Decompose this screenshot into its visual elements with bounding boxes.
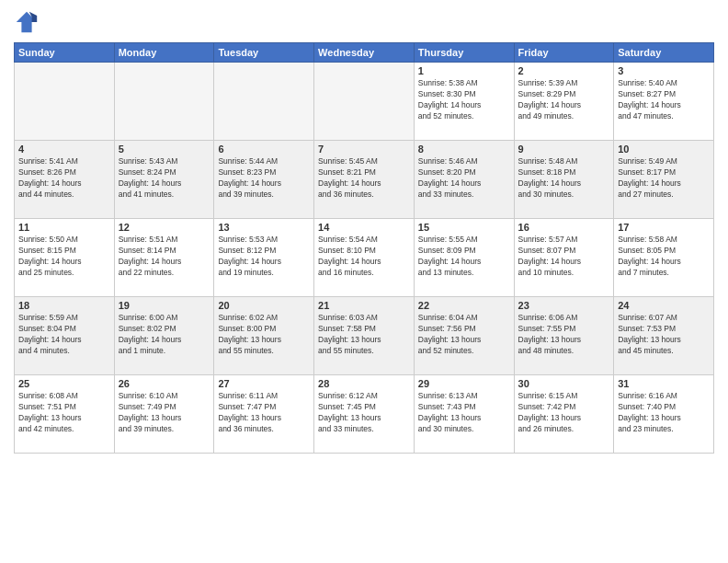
day-info: Sunrise: 6:02 AM Sunset: 8:00 PM Dayligh… (218, 313, 310, 357)
calendar-cell (15, 63, 115, 141)
calendar-cell (314, 63, 415, 141)
calendar-week-4: 18Sunrise: 5:59 AM Sunset: 8:04 PM Dayli… (15, 297, 714, 375)
day-number: 19 (119, 300, 210, 311)
calendar: SundayMondayTuesdayWednesdayThursdayFrid… (14, 42, 714, 454)
day-info: Sunrise: 5:50 AM Sunset: 8:15 PM Dayligh… (18, 235, 110, 279)
day-info: Sunrise: 5:58 AM Sunset: 8:05 PM Dayligh… (618, 235, 710, 279)
day-number: 25 (18, 378, 110, 389)
day-number: 23 (518, 300, 610, 311)
day-info: Sunrise: 5:53 AM Sunset: 8:12 PM Dayligh… (218, 235, 310, 279)
calendar-cell: 23Sunrise: 6:06 AM Sunset: 7:55 PM Dayli… (514, 297, 614, 375)
day-info: Sunrise: 5:45 AM Sunset: 8:21 PM Dayligh… (318, 156, 410, 201)
day-info: Sunrise: 5:55 AM Sunset: 8:09 PM Dayligh… (418, 235, 510, 279)
calendar-cell: 2Sunrise: 5:39 AM Sunset: 8:29 PM Daylig… (514, 63, 614, 141)
calendar-cell: 7Sunrise: 5:45 AM Sunset: 8:21 PM Daylig… (314, 141, 415, 219)
day-number: 22 (418, 300, 510, 311)
day-info: Sunrise: 6:04 AM Sunset: 7:56 PM Dayligh… (418, 313, 510, 357)
day-info: Sunrise: 6:16 AM Sunset: 7:40 PM Dayligh… (618, 391, 710, 435)
day-info: Sunrise: 6:13 AM Sunset: 7:43 PM Dayligh… (418, 391, 510, 435)
calendar-cell: 31Sunrise: 6:16 AM Sunset: 7:40 PM Dayli… (614, 375, 714, 454)
calendar-cell: 9Sunrise: 5:48 AM Sunset: 8:18 PM Daylig… (514, 141, 614, 219)
day-number: 15 (418, 222, 510, 233)
day-number: 28 (318, 378, 410, 389)
day-info: Sunrise: 6:10 AM Sunset: 7:49 PM Dayligh… (119, 391, 210, 435)
day-info: Sunrise: 5:51 AM Sunset: 8:14 PM Dayligh… (119, 235, 210, 279)
day-number: 10 (618, 144, 710, 155)
calendar-cell: 5Sunrise: 5:43 AM Sunset: 8:24 PM Daylig… (114, 141, 214, 219)
day-number: 24 (618, 300, 710, 311)
calendar-cell: 22Sunrise: 6:04 AM Sunset: 7:56 PM Dayli… (414, 297, 514, 375)
calendar-cell: 20Sunrise: 6:02 AM Sunset: 8:00 PM Dayli… (214, 297, 314, 375)
calendar-cell: 10Sunrise: 5:49 AM Sunset: 8:17 PM Dayli… (614, 141, 714, 219)
day-number: 2 (518, 65, 610, 76)
calendar-cell (214, 63, 314, 141)
day-number: 7 (318, 144, 410, 155)
calendar-cell: 12Sunrise: 5:51 AM Sunset: 8:14 PM Dayli… (114, 219, 214, 297)
calendar-cell: 17Sunrise: 5:58 AM Sunset: 8:05 PM Dayli… (614, 219, 714, 297)
day-number: 4 (18, 144, 110, 155)
calendar-cell: 27Sunrise: 6:11 AM Sunset: 7:47 PM Dayli… (214, 375, 314, 454)
calendar-cell: 8Sunrise: 5:46 AM Sunset: 8:20 PM Daylig… (414, 141, 514, 219)
calendar-cell: 4Sunrise: 5:41 AM Sunset: 8:26 PM Daylig… (15, 141, 115, 219)
day-info: Sunrise: 5:41 AM Sunset: 8:26 PM Dayligh… (18, 156, 110, 201)
day-info: Sunrise: 6:07 AM Sunset: 7:53 PM Dayligh… (618, 313, 710, 357)
calendar-cell: 15Sunrise: 5:55 AM Sunset: 8:09 PM Dayli… (414, 219, 514, 297)
weekday-header-sunday: Sunday (15, 43, 115, 63)
calendar-cell: 29Sunrise: 6:13 AM Sunset: 7:43 PM Dayli… (414, 375, 514, 454)
day-number: 1 (418, 65, 510, 76)
day-number: 31 (618, 378, 710, 389)
day-info: Sunrise: 5:46 AM Sunset: 8:20 PM Dayligh… (418, 156, 510, 201)
calendar-cell: 3Sunrise: 5:40 AM Sunset: 8:27 PM Daylig… (614, 63, 714, 141)
calendar-cell: 24Sunrise: 6:07 AM Sunset: 7:53 PM Dayli… (614, 297, 714, 375)
day-number: 26 (119, 378, 210, 389)
day-info: Sunrise: 5:43 AM Sunset: 8:24 PM Dayligh… (119, 156, 210, 201)
calendar-cell: 30Sunrise: 6:15 AM Sunset: 7:42 PM Dayli… (514, 375, 614, 454)
calendar-cell: 28Sunrise: 6:12 AM Sunset: 7:45 PM Dayli… (314, 375, 415, 454)
weekday-header-tuesday: Tuesday (214, 43, 314, 63)
day-number: 11 (18, 222, 110, 233)
calendar-cell: 6Sunrise: 5:44 AM Sunset: 8:23 PM Daylig… (214, 141, 314, 219)
day-number: 29 (418, 378, 510, 389)
day-info: Sunrise: 5:59 AM Sunset: 8:04 PM Dayligh… (18, 313, 110, 357)
calendar-cell: 25Sunrise: 6:08 AM Sunset: 7:51 PM Dayli… (15, 375, 115, 454)
calendar-cell: 1Sunrise: 5:38 AM Sunset: 8:30 PM Daylig… (414, 63, 514, 141)
day-number: 21 (318, 300, 410, 311)
calendar-cell (114, 63, 214, 141)
calendar-cell: 14Sunrise: 5:54 AM Sunset: 8:10 PM Dayli… (314, 219, 415, 297)
page: SundayMondayTuesdayWednesdayThursdayFrid… (0, 0, 728, 563)
day-number: 12 (119, 222, 210, 233)
weekday-header-wednesday: Wednesday (314, 43, 415, 63)
calendar-cell: 16Sunrise: 5:57 AM Sunset: 8:07 PM Dayli… (514, 219, 614, 297)
day-info: Sunrise: 6:12 AM Sunset: 7:45 PM Dayligh… (318, 391, 410, 435)
day-number: 9 (518, 144, 610, 155)
day-number: 17 (618, 222, 710, 233)
day-info: Sunrise: 5:49 AM Sunset: 8:17 PM Dayligh… (618, 156, 710, 201)
calendar-cell: 11Sunrise: 5:50 AM Sunset: 8:15 PM Dayli… (15, 219, 115, 297)
day-number: 30 (518, 378, 610, 389)
weekday-header-friday: Friday (514, 43, 614, 63)
day-info: Sunrise: 6:08 AM Sunset: 7:51 PM Dayligh… (18, 391, 110, 435)
day-info: Sunrise: 5:39 AM Sunset: 8:29 PM Dayligh… (518, 78, 610, 122)
calendar-cell: 19Sunrise: 6:00 AM Sunset: 8:02 PM Dayli… (114, 297, 214, 375)
day-info: Sunrise: 5:38 AM Sunset: 8:30 PM Dayligh… (418, 78, 510, 122)
day-info: Sunrise: 5:44 AM Sunset: 8:23 PM Dayligh… (218, 156, 310, 201)
calendar-cell: 13Sunrise: 5:53 AM Sunset: 8:12 PM Dayli… (214, 219, 314, 297)
day-info: Sunrise: 6:15 AM Sunset: 7:42 PM Dayligh… (518, 391, 610, 435)
day-info: Sunrise: 5:54 AM Sunset: 8:10 PM Dayligh… (318, 235, 410, 279)
calendar-week-1: 1Sunrise: 5:38 AM Sunset: 8:30 PM Daylig… (15, 63, 714, 141)
logo (14, 9, 43, 35)
day-number: 27 (218, 378, 310, 389)
weekday-header-thursday: Thursday (414, 43, 514, 63)
day-info: Sunrise: 5:57 AM Sunset: 8:07 PM Dayligh… (518, 235, 610, 279)
calendar-week-2: 4Sunrise: 5:41 AM Sunset: 8:26 PM Daylig… (15, 141, 714, 219)
day-number: 8 (418, 144, 510, 155)
calendar-cell: 18Sunrise: 5:59 AM Sunset: 8:04 PM Dayli… (15, 297, 115, 375)
day-info: Sunrise: 6:06 AM Sunset: 7:55 PM Dayligh… (518, 313, 610, 357)
day-number: 20 (218, 300, 310, 311)
day-number: 18 (18, 300, 110, 311)
header (14, 9, 714, 35)
day-info: Sunrise: 5:40 AM Sunset: 8:27 PM Dayligh… (618, 78, 710, 122)
day-number: 13 (218, 222, 310, 233)
day-info: Sunrise: 5:48 AM Sunset: 8:18 PM Dayligh… (518, 156, 610, 201)
day-number: 16 (518, 222, 610, 233)
